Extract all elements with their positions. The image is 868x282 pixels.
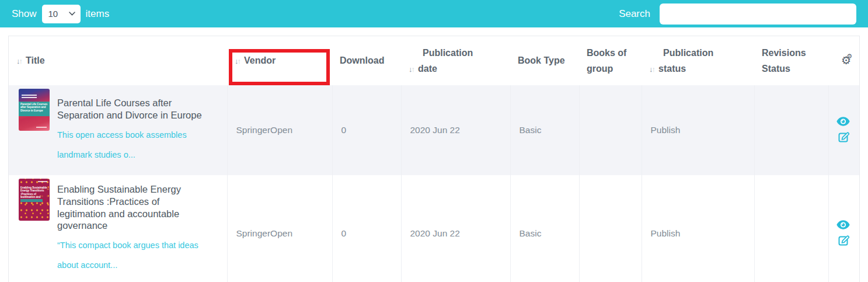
title-cell: Parental Life Courses after Separation a… [9,85,227,175]
publisher-mark [36,127,47,128]
book-type-cell: Basic [510,175,579,282]
items-per-page-select[interactable]: 10 [42,5,81,23]
book-title: Parental Life Courses after Separation a… [57,97,204,121]
column-header-book-type: Book Type [510,36,579,85]
column-header-publication-date[interactable]: Publication ↓↑date [401,36,510,85]
publication-date-cell: 2020 Jun 22 [401,85,510,175]
search-label: Search [619,8,650,20]
column-header-publication-status[interactable]: Publication ↓↑status [642,36,754,85]
view-button[interactable] [836,220,850,229]
chevron-down-icon [69,12,75,16]
books-of-group-cell [579,175,642,282]
actions-cell [828,175,859,282]
vendor-cell: SpringerOpen [227,175,332,282]
download-cell: 0 [332,85,401,175]
publication-status-cell: Publish [642,85,754,175]
column-header-title[interactable]: ↓↑Title [9,36,227,85]
book-description-link[interactable]: “This compact book argues that ideas abo… [57,235,211,275]
edit-button[interactable] [838,131,850,144]
sort-icon[interactable]: ↓↑ [235,57,240,65]
vendor-highlight-box [229,49,330,85]
search-group: Search [619,4,856,25]
sort-icon[interactable]: ↓↑ [409,61,414,77]
publication-date-cell: 2020 Jun 22 [401,175,510,282]
cover-title-text: Enabling Sustainable Energy Transitions … [20,186,48,198]
items-per-page-value: 10 [48,9,58,19]
search-input[interactable] [660,4,856,25]
column-header-download: Download [332,36,401,85]
header-row: ↓↑Title ↓↑Vendor Download Publication ↓↑… [9,36,859,85]
sort-icon[interactable]: ↓↑ [16,57,22,65]
show-label: Show [12,8,37,20]
title-cell: Enabling Sustainable Energy Transitions … [9,175,227,282]
publication-status-cell: Publish [642,175,754,282]
book-title: Enabling Sustainable Energy Transitions … [57,183,204,232]
revisions-status-cell [754,175,828,282]
table-row: Enabling Sustainable Energy Transitions … [9,175,859,282]
books-table-container: ↓↑Title ↓↑Vendor Download Publication ↓↑… [8,36,860,282]
books-table: ↓↑Title ↓↑Vendor Download Publication ↓↑… [9,36,859,282]
edit-icon [838,131,850,144]
sort-icon[interactable]: ↓↑ [649,61,654,77]
gears-icon[interactable]: ⚙⚙ [836,55,851,67]
actions-cell [828,85,859,175]
column-header-vendor[interactable]: ↓↑Vendor [227,36,332,85]
book-cover: Parental Life Courses after Separation a… [19,89,50,131]
page-size-group: Show 10 items [12,5,109,23]
cover-subtitle-block [20,199,43,202]
edit-icon [838,235,850,247]
cover-title-text: Parental Life Courses after Separation a… [19,102,50,116]
column-header-settings[interactable]: ⚙⚙ [828,36,859,85]
eye-icon [836,220,850,229]
table-row: Parental Life Courses after Separation a… [9,85,859,175]
view-button[interactable] [836,117,850,126]
revisions-status-cell [754,85,828,175]
publisher-mark [38,181,47,182]
cover-author-lines [22,95,37,96]
column-header-books-of-group: Books of group [579,36,642,85]
edit-button[interactable] [838,235,850,247]
vendor-cell: SpringerOpen [227,85,332,175]
toolbar: Show 10 items Search [0,0,868,27]
items-label: items [86,8,110,20]
eye-icon [836,117,850,126]
book-cover: Enabling Sustainable Energy Transitions … [19,179,50,221]
books-of-group-cell [579,85,642,175]
column-header-revisions-status: Revisions Status [754,36,828,85]
download-cell: 0 [332,175,401,282]
book-type-cell: Basic [510,85,579,175]
book-description-link[interactable]: This open access book assembles landmark… [57,125,211,165]
